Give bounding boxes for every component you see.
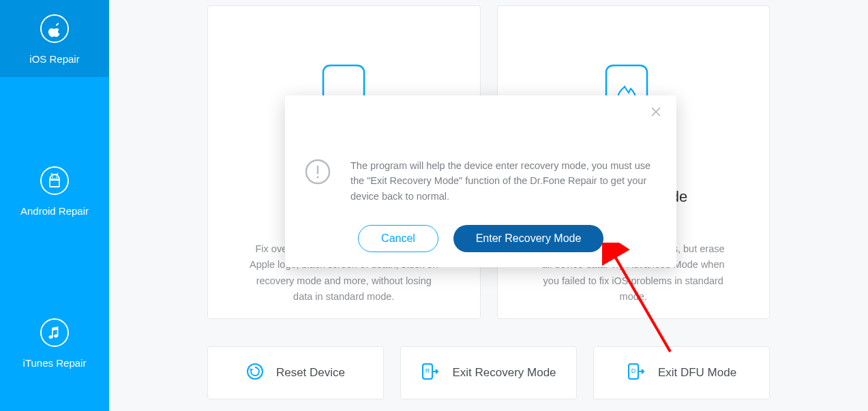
android-icon [40,166,70,198]
exit-dfu-icon: D [627,363,646,383]
sidebar-item-label: iOS Repair [29,53,79,65]
enter-recovery-modal: The program will help the device enter r… [285,95,676,267]
svg-point-3 [56,177,57,178]
svg-point-0 [41,15,68,42]
exit-recovery-icon: R [421,363,440,383]
sidebar-item-label: Android Repair [20,205,89,217]
exit-dfu-mode-button[interactable]: D Exit DFU Mode [593,346,770,399]
button-label: Exit Recovery Mode [452,366,556,380]
apple-icon [40,14,70,46]
svg-line-4 [51,173,53,175]
cancel-button[interactable]: Cancel [358,225,438,252]
button-label: Exit DFU Mode [658,366,736,380]
sidebar-item-itunes-repair[interactable]: iTunes Repair [0,304,109,381]
close-icon[interactable] [649,105,665,121]
sidebar-item-ios-repair[interactable]: iOS Repair [0,0,109,77]
sidebar-item-android-repair[interactable]: Android Repair [0,152,109,229]
svg-point-1 [41,167,68,194]
exit-recovery-mode-button[interactable]: R Exit Recovery Mode [400,346,577,399]
svg-line-5 [57,173,58,175]
svg-point-21 [316,176,318,178]
enter-recovery-mode-button[interactable]: Enter Recovery Mode [453,225,603,252]
svg-point-2 [52,177,53,178]
sidebar-item-label: iTunes Repair [23,357,87,369]
sidebar: iOS Repair Android Repair iTunes Repair [0,0,109,411]
svg-point-7 [41,319,68,346]
svg-text:D: D [631,367,636,374]
svg-text:R: R [425,367,430,374]
svg-point-14 [248,364,263,379]
itunes-icon [40,318,70,350]
reset-device-button[interactable]: Reset Device [207,346,384,399]
svg-rect-6 [50,180,59,187]
button-label: Reset Device [276,366,345,380]
warning-icon [304,158,334,204]
modal-text: The program will help the device enter r… [350,158,653,204]
reset-icon [246,363,264,383]
